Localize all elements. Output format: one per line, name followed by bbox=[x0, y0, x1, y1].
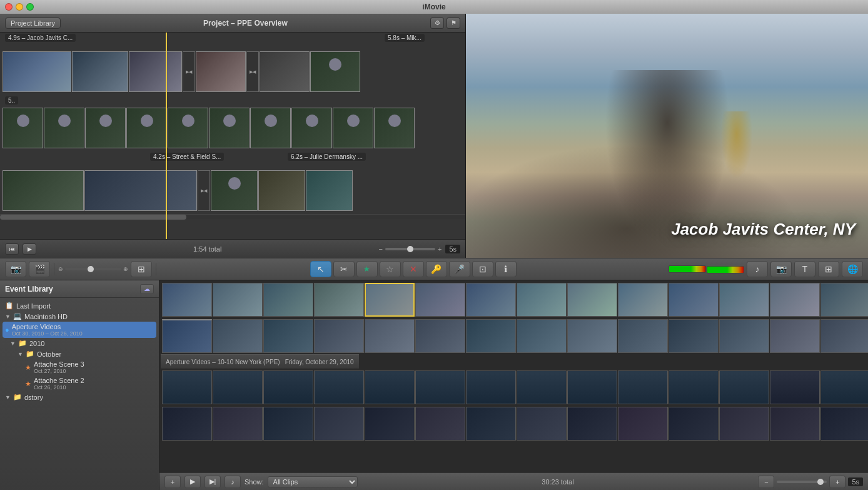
music-button[interactable]: ♪ bbox=[747, 261, 768, 277]
project-library-button[interactable]: Project Library bbox=[5, 18, 61, 29]
event-clip[interactable] bbox=[719, 319, 769, 353]
inspector-button[interactable]: ℹ bbox=[495, 261, 517, 277]
transition-button[interactable]: ⊞ bbox=[818, 261, 839, 277]
timeline-scrollbar[interactable] bbox=[0, 214, 465, 219]
crop-tool-button[interactable]: ✂ bbox=[333, 261, 355, 277]
photo-button[interactable]: 📷 bbox=[770, 261, 792, 277]
play-from-start-button[interactable]: ⏮ bbox=[5, 243, 19, 255]
clip-frame[interactable] bbox=[211, 170, 258, 211]
clip-frame[interactable] bbox=[258, 170, 305, 211]
clip-frame[interactable] bbox=[374, 108, 415, 148]
show-dropdown[interactable]: All Clips Favorites Only Favorites and R… bbox=[268, 476, 358, 487]
event-person-clip[interactable] bbox=[365, 370, 415, 404]
event-person-clip[interactable] bbox=[669, 370, 719, 404]
event-clip[interactable] bbox=[669, 319, 719, 353]
event-clip[interactable] bbox=[314, 407, 364, 441]
favorite-button[interactable]: ★ bbox=[356, 261, 378, 277]
event-clip[interactable] bbox=[162, 407, 212, 441]
play-event-button[interactable]: ▶ bbox=[184, 476, 201, 488]
event-person-clip[interactable] bbox=[719, 370, 769, 404]
event-clip[interactable] bbox=[719, 407, 769, 441]
clip-frame[interactable] bbox=[168, 108, 208, 148]
clip-frame[interactable] bbox=[310, 51, 360, 92]
maximize-button[interactable] bbox=[26, 3, 34, 11]
event-clip[interactable] bbox=[618, 283, 668, 317]
clip-frame[interactable] bbox=[3, 51, 71, 92]
event-clip[interactable] bbox=[770, 283, 820, 317]
event-clip[interactable] bbox=[213, 283, 263, 317]
event-zoom-slider[interactable] bbox=[777, 481, 827, 483]
event-clip[interactable] bbox=[263, 407, 313, 441]
globe-button[interactable]: 🌐 bbox=[842, 261, 863, 277]
event-person-clip[interactable] bbox=[213, 370, 263, 404]
event-clip[interactable] bbox=[567, 319, 617, 353]
icloud-button[interactable]: ☁ bbox=[140, 284, 154, 294]
event-item-aperture-videos[interactable]: ● Aperture Videos Oct 30, 2010 – Oct 26,… bbox=[3, 322, 156, 338]
zoom-plus[interactable]: + bbox=[438, 245, 442, 253]
keyword-button[interactable]: 🔑 bbox=[426, 261, 447, 277]
event-clip[interactable] bbox=[365, 319, 415, 353]
clip-frame[interactable] bbox=[306, 170, 353, 211]
event-clip[interactable] bbox=[162, 283, 212, 317]
zoom-out-button[interactable]: − bbox=[758, 476, 774, 488]
event-clip[interactable] bbox=[567, 283, 617, 317]
flag-icon-btn[interactable]: ⚑ bbox=[447, 18, 460, 29]
clip-frame[interactable] bbox=[3, 170, 84, 211]
clip-frame[interactable] bbox=[85, 108, 126, 148]
clip-frame[interactable] bbox=[126, 108, 167, 148]
clip-frame[interactable] bbox=[3, 108, 43, 148]
clip-frame[interactable] bbox=[291, 108, 332, 148]
settings-icon-btn[interactable]: ⚙ bbox=[430, 18, 444, 29]
event-clip[interactable] bbox=[162, 319, 212, 353]
selection-tool-button[interactable]: ↖ bbox=[310, 261, 331, 277]
title-button[interactable]: T bbox=[794, 261, 815, 277]
fitwidth-button[interactable]: ⊞ bbox=[131, 261, 152, 277]
event-item-dstory[interactable]: ▼ 📁 dstory bbox=[0, 392, 159, 402]
event-item-last-import[interactable]: 📋 Last Import bbox=[0, 300, 159, 311]
minimize-button[interactable] bbox=[16, 3, 23, 11]
event-clip[interactable] bbox=[820, 319, 868, 353]
audio-button[interactable]: ♪ bbox=[225, 476, 241, 488]
play-button[interactable]: ▶ bbox=[23, 243, 36, 255]
clip-crop-button[interactable]: ⊡ bbox=[472, 261, 493, 277]
event-clip[interactable] bbox=[263, 319, 313, 353]
event-clip[interactable] bbox=[669, 407, 719, 441]
event-clip[interactable] bbox=[365, 407, 415, 441]
event-item-october[interactable]: ▼ 📁 October bbox=[0, 349, 159, 359]
event-person-clip[interactable] bbox=[770, 370, 820, 404]
clip-frame[interactable] bbox=[333, 108, 373, 148]
event-item-2010[interactable]: ▼ 📁 2010 bbox=[0, 338, 159, 349]
event-clip-selected[interactable] bbox=[365, 283, 415, 317]
event-person-clip[interactable] bbox=[517, 370, 567, 404]
event-clip[interactable] bbox=[669, 283, 719, 317]
unfavorite-button[interactable]: ☆ bbox=[380, 261, 401, 277]
clip-frame[interactable] bbox=[260, 51, 310, 92]
event-person-clip[interactable] bbox=[162, 370, 212, 404]
event-person-clip[interactable] bbox=[820, 370, 868, 404]
event-clip[interactable] bbox=[415, 319, 465, 353]
event-clip[interactable] bbox=[466, 283, 516, 317]
camera-button[interactable]: 📷 bbox=[5, 261, 26, 277]
event-person-clip[interactable] bbox=[415, 370, 465, 404]
voiceover-button[interactable]: 🎤 bbox=[449, 261, 470, 277]
event-clip[interactable] bbox=[770, 319, 820, 353]
event-person-clip[interactable] bbox=[618, 370, 668, 404]
close-button[interactable] bbox=[5, 3, 13, 11]
event-clip[interactable] bbox=[466, 319, 516, 353]
event-clip[interactable] bbox=[517, 319, 567, 353]
event-clip[interactable] bbox=[567, 407, 617, 441]
play-full-button[interactable]: ▶| bbox=[204, 476, 221, 488]
event-clip[interactable] bbox=[618, 407, 668, 441]
event-person-clip[interactable] bbox=[567, 370, 617, 404]
event-clip[interactable] bbox=[415, 407, 465, 441]
event-clip[interactable] bbox=[770, 407, 820, 441]
event-clip[interactable] bbox=[466, 407, 516, 441]
event-clip[interactable] bbox=[820, 283, 868, 317]
add-to-project-button[interactable]: + bbox=[164, 476, 181, 488]
event-person-clip[interactable] bbox=[466, 370, 516, 404]
event-clip[interactable] bbox=[213, 319, 263, 353]
clip-frame[interactable] bbox=[72, 51, 128, 92]
event-item-macintosh-hd[interactable]: ▼ 💻 Macintosh HD bbox=[0, 311, 159, 322]
reject-button[interactable]: ✕ bbox=[403, 261, 424, 277]
event-item-attache-scene2[interactable]: ★ Attache Scene 2 Oct 26, 2010 bbox=[0, 375, 159, 392]
